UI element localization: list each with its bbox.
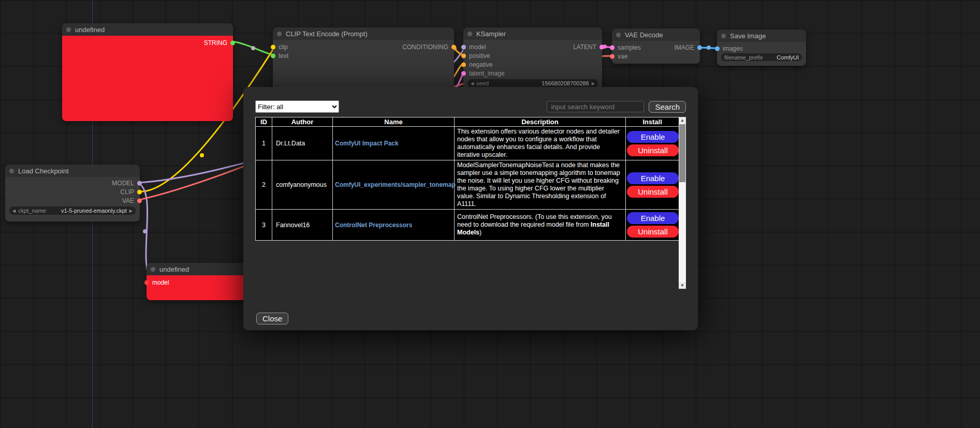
table-scrollbar[interactable]: ▲ ▼: [679, 117, 686, 289]
cell-install: Enable Uninstall: [626, 160, 679, 210]
node-title-bar[interactable]: CLIP Text Encode (Prompt): [273, 27, 454, 40]
cell-description: This extension offers various detector n…: [455, 127, 626, 160]
col-header-author: Author: [272, 117, 333, 127]
col-header-name: Name: [333, 117, 455, 127]
input-label-vae: vae: [618, 53, 627, 60]
search-button[interactable]: Search: [649, 101, 686, 113]
node-title-bar[interactable]: Load Checkpoint: [5, 165, 140, 177]
input-port-model[interactable]: [461, 45, 466, 49]
uninstall-button[interactable]: Uninstall: [627, 226, 679, 238]
output-port-string[interactable]: [230, 40, 235, 45]
col-header-id: ID: [256, 117, 272, 127]
node-undefined-top[interactable]: undefined STRING: [62, 23, 233, 121]
node-vae-decode[interactable]: VAE Decode samples IMAGE vae: [612, 28, 700, 64]
output-port-conditioning[interactable]: [451, 45, 456, 49]
uninstall-button[interactable]: Uninstall: [627, 144, 679, 156]
uninstall-button[interactable]: Uninstall: [627, 186, 679, 198]
output-label-string: STRING: [204, 39, 227, 47]
node-title-bar[interactable]: Save Image: [717, 29, 806, 42]
node-collapse-dot[interactable]: [66, 27, 71, 32]
input-port-negative[interactable]: [461, 62, 466, 67]
enable-button[interactable]: Enable: [627, 172, 679, 184]
ckpt-name-widget[interactable]: ◀ ckpt_name v1-5-pruned-emaonly.ckpt ▶: [9, 206, 136, 215]
node-title-bar[interactable]: KSampler: [463, 27, 602, 40]
ckpt-widget-label: ckpt_name: [18, 208, 46, 214]
link-dot: [251, 46, 255, 50]
enable-button[interactable]: Enable: [627, 212, 679, 224]
cell-name: ControlNet Preprocessors: [333, 210, 455, 241]
seed-widget-value: 156680208700286: [542, 80, 589, 86]
filename-prefix-value: ComfyUI: [777, 54, 799, 61]
input-port-positive[interactable]: [461, 53, 466, 58]
filename-prefix-label: filename_prefix: [724, 54, 763, 61]
input-port-latent-image[interactable]: [461, 71, 466, 76]
input-port-images[interactable]: [715, 46, 720, 51]
output-label-latent: LATENT: [573, 43, 596, 51]
node-save-image[interactable]: Save Image images filename_prefix ComfyU…: [717, 29, 806, 66]
input-label-clip: clip: [279, 43, 288, 51]
output-port-vae[interactable]: [137, 198, 142, 203]
input-port-samples[interactable]: [610, 45, 615, 50]
node-title: VAE Decode: [625, 31, 663, 39]
seed-widget[interactable]: ◀ seed 156680208700286 ▶: [467, 79, 598, 87]
col-header-install: Install: [626, 117, 679, 127]
search-input[interactable]: [547, 101, 644, 112]
output-port-image[interactable]: [697, 45, 702, 50]
extension-link[interactable]: ControlNet Preprocessors: [335, 222, 412, 229]
arrow-right-icon[interactable]: ▶: [592, 81, 595, 86]
arrow-left-icon[interactable]: ◀: [471, 81, 474, 86]
filename-prefix-widget[interactable]: filename_prefix ComfyUI: [721, 53, 802, 61]
node-title: Load Checkpoint: [18, 167, 69, 175]
output-label-clip: CLIP: [120, 188, 134, 196]
node-collapse-dot[interactable]: [151, 267, 155, 272]
cell-author: comfyanonymous: [272, 160, 333, 210]
input-label-positive: positive: [469, 52, 490, 60]
node-ksampler[interactable]: KSampler model LATENT positive negative …: [463, 27, 602, 97]
table-header-row: ID Author Name Description Install: [256, 117, 679, 127]
output-port-model[interactable]: [137, 181, 142, 185]
output-port-clip[interactable]: [137, 189, 142, 194]
cell-description: ModelSamplerTonemapNoiseTest a node that…: [455, 160, 626, 210]
arrow-right-icon[interactable]: ▶: [129, 209, 133, 213]
scrollbar-thumb[interactable]: [679, 124, 685, 182]
node-collapse-dot[interactable]: [616, 33, 621, 37]
scroll-up-icon[interactable]: ▲: [679, 117, 686, 124]
input-port-clip[interactable]: [271, 45, 275, 49]
col-header-description: Description: [455, 117, 626, 127]
scroll-down-icon[interactable]: ▼: [679, 282, 686, 289]
cell-id: 1: [256, 127, 272, 160]
output-label-conditioning: CONDITIONING: [402, 43, 448, 51]
node-collapse-dot[interactable]: [277, 32, 282, 36]
link-dot: [200, 153, 204, 157]
node-collapse-dot[interactable]: [9, 169, 14, 173]
cell-id: 2: [256, 160, 272, 210]
close-button[interactable]: Close: [256, 313, 288, 324]
input-port-model[interactable]: [144, 280, 149, 285]
node-load-checkpoint[interactable]: Load Checkpoint MODEL CLIP VAE ◀ ckpt_na…: [5, 165, 140, 222]
wire-string: [232, 41, 275, 55]
node-collapse-dot[interactable]: [721, 34, 726, 38]
cell-author: Dr.Lt.Data: [272, 127, 333, 160]
node-collapse-dot[interactable]: [467, 32, 472, 36]
node-title: Save Image: [730, 32, 766, 40]
input-label-negative: negative: [469, 61, 492, 68]
extension-link[interactable]: ComfyUI Impact Pack: [335, 140, 399, 147]
input-port-text[interactable]: [271, 53, 275, 58]
input-label-latent-image: latent_image: [469, 70, 505, 77]
cell-install: Enable Uninstall: [626, 127, 679, 160]
input-label-images: images: [723, 45, 743, 52]
node-title-bar[interactable]: VAE Decode: [612, 28, 700, 41]
seed-widget-label: seed: [476, 80, 489, 86]
enable-button[interactable]: Enable: [627, 131, 679, 143]
filter-select[interactable]: Filter: all: [255, 100, 339, 113]
input-label-model: model: [469, 43, 486, 51]
extension-link[interactable]: ComfyUI_experiments/sampler_tonemap: [335, 181, 456, 188]
input-label-samples: samples: [618, 44, 641, 51]
node-title: undefined: [159, 265, 189, 273]
node-title-bar[interactable]: undefined: [62, 23, 233, 36]
arrow-left-icon[interactable]: ◀: [12, 209, 16, 213]
input-port-vae[interactable]: [610, 54, 615, 58]
extensions-table: ID Author Name Description Install 1 Dr.…: [255, 117, 679, 241]
output-port-latent[interactable]: [599, 45, 604, 49]
node-title: undefined: [75, 26, 105, 34]
